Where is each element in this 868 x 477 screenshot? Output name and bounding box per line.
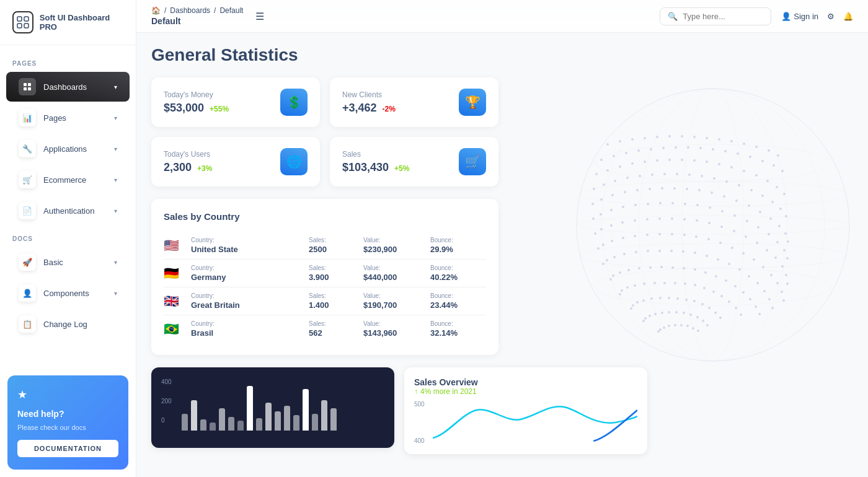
br-flag: 🇧🇷 — [164, 322, 186, 336]
svg-point-204 — [735, 307, 737, 309]
svg-point-196 — [663, 282, 666, 284]
sidebar-item-basic[interactable]: 🚀 Basic ▾ — [6, 247, 130, 277]
page-content: General Statistics — [136, 33, 868, 477]
sidebar-item-authentication[interactable]: 📄 Authentication ▾ — [6, 196, 130, 225]
bar-2 — [191, 400, 197, 431]
svg-point-19 — [730, 140, 733, 142]
breadcrumb-home-icon[interactable]: 🏠 — [151, 6, 161, 15]
svg-point-71 — [761, 195, 764, 197]
svg-point-122 — [696, 219, 698, 222]
svg-point-241 — [682, 89, 744, 361]
svg-point-135 — [611, 240, 613, 242]
topbar-right: 🔍 👤 Sign in ⚙ 🔔 — [660, 7, 853, 25]
svg-point-51 — [730, 166, 733, 168]
svg-point-119 — [658, 217, 661, 220]
stats-row: Today's Money $53,000 +55% 💲 New Clients… — [151, 77, 498, 186]
svg-point-84 — [698, 189, 701, 191]
svg-point-88 — [748, 204, 750, 207]
country-table: 🇺🇸 Country: United State Sales: 2500 Val… — [164, 232, 486, 343]
svg-point-138 — [646, 234, 649, 236]
svg-point-78 — [624, 191, 626, 193]
svg-point-90 — [769, 217, 772, 220]
svg-point-68 — [725, 180, 728, 183]
svg-point-124 — [720, 225, 723, 228]
svg-point-201 — [712, 291, 715, 293]
svg-point-65 — [688, 173, 691, 176]
svg-point-191 — [621, 289, 623, 292]
sidebar-nav: PAGES Dashboards ▾ 📊 Pages ▾ 🔧 Applicat — [0, 45, 136, 368]
svg-point-228 — [689, 313, 692, 316]
svg-point-62 — [651, 173, 653, 176]
main-area: 🏠 / Dashboards / Default Default ☰ 🔍 👤 S… — [136, 0, 868, 477]
changelog-label: Change Log — [43, 320, 87, 329]
sidebar-item-ecommerce[interactable]: 🛒 Ecommerce ▾ — [6, 165, 130, 195]
svg-point-91 — [778, 225, 781, 227]
page-title: General Statistics — [151, 45, 853, 65]
country-row-de: 🇩🇪 Country: Germany Sales: 3.900 Value: … — [164, 260, 486, 287]
hamburger-icon[interactable]: ☰ — [255, 11, 264, 22]
sidebar-item-components[interactable]: 👤 Components ▾ — [6, 278, 130, 308]
svg-point-27 — [637, 149, 640, 152]
sidebar-item-dashboards[interactable]: Dashboards ▾ — [6, 72, 130, 102]
topbar-actions: 👤 Sign in ⚙ 🔔 — [781, 12, 853, 21]
svg-point-173 — [612, 274, 614, 277]
clients-change: -2% — [383, 105, 396, 113]
sidebar-logo: Soft UI Dashboard PRO — [0, 0, 136, 45]
signin-action[interactable]: 👤 Sign in — [781, 12, 818, 21]
svg-point-214 — [685, 299, 688, 301]
svg-point-94 — [592, 217, 595, 220]
documentation-button[interactable]: DOCUMENTATION — [17, 440, 118, 457]
svg-point-123 — [708, 222, 711, 224]
dashboards-icon — [19, 78, 36, 95]
settings-action[interactable]: ⚙ — [827, 12, 835, 21]
breadcrumb-trail: 🏠 / Dashboards / Default — [151, 6, 243, 15]
country-row-gb: 🇬🇧 Country: Great Britain Sales: 1.400 V… — [164, 287, 486, 315]
svg-point-61 — [639, 175, 641, 177]
search-input[interactable] — [683, 12, 763, 21]
sidebar-item-changelog[interactable]: 📋 Change Log — [6, 309, 130, 339]
svg-point-45 — [656, 159, 658, 162]
gb-value: $190,700 — [363, 300, 425, 310]
mini-chart-area: 500 400 — [414, 401, 637, 444]
bar-9 — [256, 418, 262, 431]
sidebar-item-applications[interactable]: 🔧 Applications ▾ — [6, 134, 130, 164]
ecommerce-label: Ecommerce — [43, 175, 86, 185]
bar-1 — [182, 414, 188, 431]
users-icon: 🌐 — [286, 154, 302, 169]
svg-point-16 — [693, 136, 696, 138]
svg-rect-2 — [17, 24, 22, 28]
users-change: +3% — [197, 164, 212, 173]
svg-point-163 — [706, 255, 708, 257]
de-country: Germany — [191, 273, 304, 282]
search-box[interactable]: 🔍 — [660, 7, 771, 25]
svg-point-20 — [743, 142, 745, 145]
svg-point-198 — [684, 282, 686, 285]
breadcrumb-title: Default — [151, 16, 243, 26]
charts-row: 400 200 0 — [151, 367, 647, 454]
sidebar-item-pages[interactable]: 📊 Pages ▾ — [6, 103, 130, 133]
breadcrumb-dashboards[interactable]: Dashboards — [170, 6, 210, 15]
applications-icon: 🔧 — [19, 140, 36, 157]
svg-point-220 — [642, 320, 645, 322]
notifications-action[interactable]: 🔔 — [843, 12, 853, 21]
docs-section-label: DOCS — [0, 227, 136, 246]
sales-value: $103,430 +5% — [342, 161, 409, 174]
svg-point-21 — [755, 146, 758, 148]
svg-point-131 — [785, 274, 787, 276]
svg-point-100 — [659, 202, 662, 204]
svg-point-151 — [781, 291, 783, 293]
svg-point-150 — [776, 282, 779, 284]
svg-point-167 — [748, 275, 750, 278]
user-icon: 👤 — [781, 12, 791, 21]
svg-point-144 — [719, 242, 722, 244]
applications-arrow: ▾ — [114, 146, 117, 152]
svg-point-11 — [631, 138, 634, 141]
money-icon-box: 💲 — [280, 89, 308, 116]
bar-label-400: 400 — [161, 379, 172, 385]
gear-icon: ⚙ — [827, 12, 835, 21]
svg-point-35 — [737, 152, 739, 155]
svg-point-192 — [626, 286, 629, 289]
bar-chart-card: 400 200 0 — [151, 367, 394, 448]
svg-point-154 — [606, 259, 608, 261]
country-row-br: 🇧🇷 Country: Brasil Sales: 562 Value: $14… — [164, 315, 486, 343]
